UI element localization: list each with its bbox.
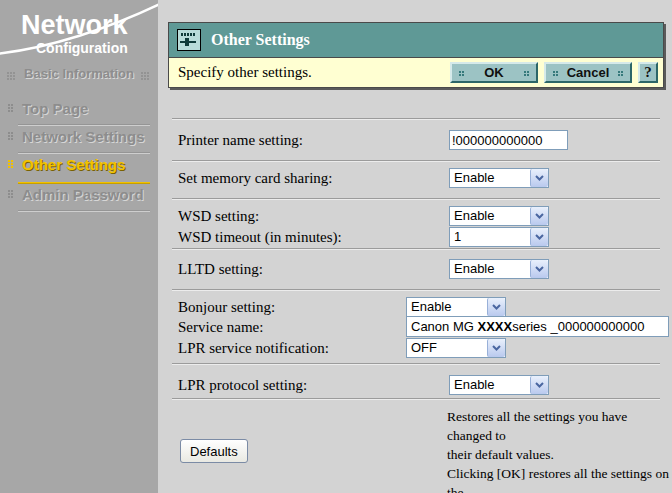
bonjour-setting-label: Bonjour setting:: [178, 297, 275, 317]
button-dots-icon: [524, 71, 526, 73]
help-button[interactable]: ?: [638, 62, 658, 83]
lltd-setting-label: LLTD setting:: [178, 259, 263, 279]
memory-card-sharing-select[interactable]: Enable: [449, 168, 549, 188]
separator: [172, 160, 660, 162]
sidebar-item-top-page[interactable]: Top Page: [0, 100, 158, 126]
page-title-bar: Other Settings: [169, 23, 663, 58]
selected-value: Enable: [450, 376, 530, 394]
printer-name-input[interactable]: [449, 130, 568, 150]
dots-decoration-icon: [141, 72, 149, 80]
defaults-button[interactable]: Defaults: [180, 439, 248, 463]
ok-button[interactable]: OK: [450, 62, 538, 83]
lpr-notification-label: LPR service notification:: [178, 338, 329, 358]
sidebar: Network Configuration Basic Information …: [0, 0, 158, 493]
separator: [172, 398, 660, 400]
chevron-down-icon: [530, 169, 548, 187]
service-name-prefix: Canon MG: [411, 319, 477, 334]
selected-value: 1: [450, 228, 530, 246]
sidebar-item-label: Top Page: [22, 100, 88, 117]
sidebar-item-label: Admin Password: [22, 186, 144, 203]
sidebar-item-network-settings[interactable]: Network Settings: [0, 128, 158, 154]
item-underline: [18, 210, 150, 212]
selected-value: Enable: [450, 169, 530, 187]
basic-information-label: Basic Information: [0, 66, 158, 84]
selected-value: Enable: [450, 260, 530, 278]
page-title: Other Settings: [211, 31, 310, 49]
button-dots-icon: [459, 71, 461, 73]
ok-button-label: OK: [484, 65, 504, 80]
item-underline: [18, 152, 150, 154]
selected-value: OFF: [407, 339, 487, 357]
page-header-block: Other Settings Specify other settings. O…: [168, 22, 664, 88]
chevron-down-icon: [487, 339, 505, 357]
defaults-description-text: Restores all the settings you have chang…: [447, 407, 672, 493]
bonjour-setting-select[interactable]: Enable: [406, 297, 506, 317]
button-dots-icon: [553, 71, 555, 73]
cancel-button[interactable]: Cancel: [544, 62, 632, 83]
bullet-dots-icon: [8, 132, 10, 134]
bullet-dots-icon: [8, 160, 10, 162]
cancel-button-label: Cancel: [567, 65, 610, 80]
wsd-setting-label: WSD setting:: [178, 206, 259, 226]
logo-text-configuration: Configuration: [36, 40, 128, 56]
lpr-notification-select[interactable]: OFF: [406, 338, 506, 358]
sidebar-item-other-settings[interactable]: Other Settings: [0, 156, 158, 184]
lltd-setting-select[interactable]: Enable: [449, 259, 549, 279]
service-name-suffix: series _000000000000: [512, 319, 644, 334]
item-underline: [18, 124, 150, 126]
logo-text-network: Network: [21, 10, 128, 41]
selected-value: Enable: [407, 298, 487, 316]
settings-slider-icon: [177, 29, 201, 51]
separator: [172, 289, 660, 291]
sidebar-item-admin-password[interactable]: Admin Password: [0, 186, 158, 212]
chevron-down-icon: [487, 298, 505, 316]
button-dots-icon: [618, 71, 620, 73]
selected-value: Enable: [450, 207, 530, 225]
chevron-down-icon: [530, 228, 548, 246]
wsd-setting-select[interactable]: Enable: [449, 206, 549, 226]
sidebar-item-label: Network Settings: [22, 128, 145, 145]
wsd-timeout-label: WSD timeout (in minutes):: [178, 227, 342, 247]
bullet-dots-icon: [8, 190, 10, 192]
separator: [172, 118, 660, 120]
network-configuration-logo: Network Configuration: [0, 0, 158, 62]
description-line: Clicking [OK] restores all the settings …: [447, 464, 672, 493]
separator: [172, 198, 660, 200]
chevron-down-icon: [530, 207, 548, 225]
chevron-down-icon: [530, 376, 548, 394]
lpr-protocol-select[interactable]: Enable: [449, 375, 549, 395]
service-name-input[interactable]: Canon MG XXXXseries _000000000000: [406, 316, 669, 337]
item-underline: [18, 182, 150, 184]
message-text: Specify other settings.: [178, 64, 450, 81]
network-configuration-screen: Network Configuration Basic Information …: [0, 0, 672, 493]
defaults-button-label: Defaults: [190, 444, 238, 459]
lpr-protocol-label: LPR protocol setting:: [178, 375, 307, 395]
chevron-down-icon: [530, 260, 548, 278]
sidebar-item-label: Other Settings: [22, 156, 125, 173]
help-button-label: ?: [644, 64, 652, 81]
printer-name-label: Printer name setting:: [178, 130, 303, 150]
bullet-dots-icon: [8, 104, 10, 106]
description-line: Restores all the settings you have chang…: [447, 407, 672, 445]
wsd-timeout-select[interactable]: 1: [449, 227, 549, 247]
service-name-bold: XXXX: [477, 319, 512, 334]
description-line: their default values.: [447, 445, 672, 464]
service-name-label: Service name:: [178, 317, 263, 337]
memory-card-sharing-label: Set memory card sharing:: [178, 168, 333, 188]
separator: [172, 248, 660, 250]
separator: [172, 363, 660, 365]
message-bar: Specify other settings. OK Cancel ?: [169, 58, 663, 87]
